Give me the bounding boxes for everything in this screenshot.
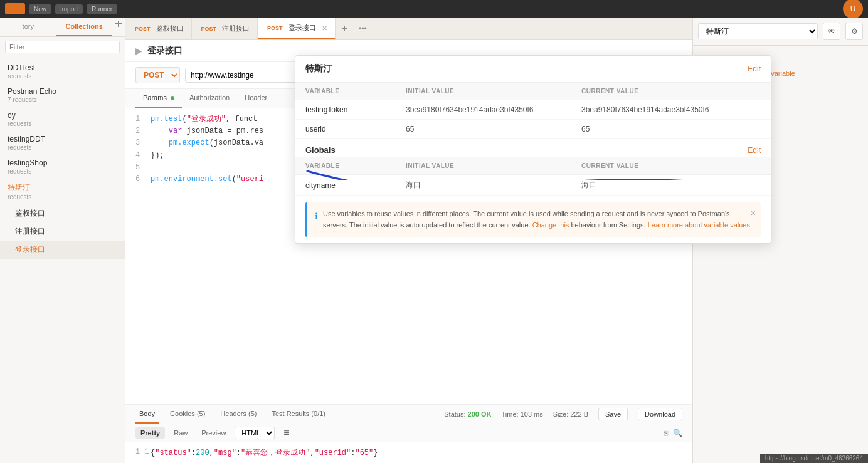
env-var-name: testingToken: [305, 105, 406, 114]
sidebar-tab-history[interactable]: tory: [0, 18, 56, 36]
item-name: Postman Echo: [8, 87, 117, 96]
env-var-name: userid: [305, 125, 406, 133]
item-sub: requests: [8, 168, 117, 175]
item-sub: requests: [8, 120, 117, 127]
params-dot: [171, 96, 174, 100]
size-value: 222 B: [570, 410, 588, 418]
list-item[interactable]: DDTtest requests: [0, 60, 125, 83]
item-sub: 7 requests: [8, 96, 117, 103]
item-name: 注册接口: [15, 226, 117, 237]
format-preview[interactable]: Preview: [196, 427, 231, 439]
top-bar: New Import Runner U: [0, 0, 868, 18]
env-edit-button[interactable]: Edit: [748, 65, 761, 73]
list-item[interactable]: Postman Echo 7 requests: [0, 83, 125, 107]
resp-tab-test-results[interactable]: Test Results (0/1): [268, 405, 329, 424]
env-var-current: 65: [581, 125, 761, 133]
tab-close-icon[interactable]: ×: [322, 23, 327, 33]
env-popup-title: 特斯汀: [305, 63, 332, 75]
info-close-button[interactable]: ×: [751, 206, 756, 220]
list-item[interactable]: 注册接口: [0, 222, 125, 241]
list-item[interactable]: testingShop requests: [0, 155, 125, 179]
list-item[interactable]: testingDDT requests: [0, 131, 125, 155]
filter-input[interactable]: [5, 41, 120, 53]
tab-item[interactable]: POST 注册接口: [192, 18, 258, 39]
sidebar-tab-collections[interactable]: Collections: [56, 18, 113, 36]
list-item[interactable]: oy requests: [0, 107, 125, 131]
download-button[interactable]: Download: [638, 408, 682, 420]
svg-rect-1: [118, 21, 119, 27]
globals-title: Globals: [305, 145, 336, 155]
tab-item-active[interactable]: POST 登录接口 ×: [258, 18, 336, 39]
collapse-icon[interactable]: ▶: [135, 46, 142, 56]
globals-var-current: 海口: [581, 180, 761, 190]
search-icon[interactable]: 🔍: [673, 429, 682, 437]
time-label: Time: 103 ms: [502, 410, 543, 418]
user-avatar[interactable]: U: [843, 0, 863, 19]
env-var-initial: 3bea9180f7634be1914adae3bf4350f6: [406, 105, 581, 114]
list-item-active[interactable]: 登录接口: [0, 241, 125, 259]
tab-more-button[interactable]: •••: [354, 24, 372, 33]
resp-tab-cookies[interactable]: Cookies (5): [166, 405, 209, 424]
list-item[interactable]: 鉴权接口: [0, 204, 125, 222]
tab-item[interactable]: POST 鉴权接口: [125, 18, 192, 39]
app-logo: [5, 3, 25, 14]
globals-row: cityname 海口 海口: [295, 175, 771, 196]
resp-tab-body[interactable]: Body: [135, 405, 159, 424]
env-popup-header: 特斯汀 Edit: [295, 56, 771, 83]
method-select[interactable]: POST GET: [135, 67, 180, 83]
format-raw[interactable]: Raw: [169, 427, 193, 439]
item-name: DDTtest: [8, 63, 117, 72]
col-current: CURRENT VALUE: [581, 162, 761, 169]
col-initial: INITIAL VALUE: [406, 162, 581, 169]
env-popup: 特斯汀 Edit VARIABLE INITIAL VALUE CURRENT …: [295, 55, 771, 244]
response-tabs-bar: Body Cookies (5) Headers (5) Test Result…: [125, 405, 692, 424]
env-row: userid 65 65: [295, 120, 771, 139]
method-badge: POST: [199, 25, 219, 33]
new-collection-button[interactable]: [112, 18, 125, 30]
format-pretty[interactable]: Pretty: [135, 427, 165, 439]
method-badge: POST: [265, 24, 285, 32]
right-panel-header: 特斯汀 👁 ⚙: [693, 18, 868, 46]
save-button[interactable]: Save: [598, 408, 628, 420]
learn-more-link[interactable]: Learn more about variable values: [648, 221, 750, 229]
response-line: i 1 {"status":200,"msg":"恭喜您，登录成功","user…: [135, 447, 682, 458]
sidebar: tory Collections DDTtest requests Postma…: [0, 18, 125, 463]
new-button[interactable]: New: [29, 4, 51, 14]
import-button[interactable]: Import: [55, 4, 83, 14]
col-variable: VARIABLE: [305, 162, 406, 169]
sidebar-items: DDTtest requests Postman Echo 7 requests…: [0, 57, 125, 463]
item-name: testingDDT: [8, 135, 117, 143]
env-table-header: VARIABLE INITIAL VALUE CURRENT VALUE: [295, 83, 771, 100]
status-label: Status: 200 OK: [444, 410, 491, 418]
response-area: Body Cookies (5) Headers (5) Test Result…: [125, 404, 692, 463]
globals-edit-button[interactable]: Edit: [748, 146, 761, 155]
tab-headers[interactable]: Header: [237, 89, 275, 108]
settings-icon[interactable]: ⚙: [845, 23, 863, 40]
time-value: 103 ms: [521, 410, 543, 418]
tab-label: 鉴权接口: [156, 24, 184, 33]
eye-icon[interactable]: 👁: [823, 23, 840, 40]
tabs-bar: POST 鉴权接口 POST 注册接口 POST 登录接口 × + •••: [125, 18, 692, 40]
request-title: 登录接口: [147, 45, 183, 56]
item-sub: requests: [8, 73, 117, 80]
tab-authorization[interactable]: Authorization: [182, 89, 237, 108]
tab-label: 注册接口: [222, 24, 250, 33]
item-name: 登录接口: [15, 244, 117, 255]
globals-var-initial: 海口: [406, 180, 581, 190]
globals-var-name: cityname: [305, 181, 406, 190]
list-item-active[interactable]: 特斯汀 requests: [0, 179, 125, 204]
item-name: 鉴权接口: [15, 208, 117, 219]
col-variable: VARIABLE: [305, 88, 406, 95]
change-this-link[interactable]: Change this: [532, 221, 569, 229]
runner-button[interactable]: Runner: [87, 4, 117, 14]
col-initial: INITIAL VALUE: [406, 88, 581, 95]
environment-select[interactable]: 特斯汀: [698, 23, 818, 39]
resp-tab-headers[interactable]: Headers (5): [216, 405, 260, 424]
format-type-select[interactable]: HTML JSON: [235, 427, 275, 439]
sidebar-tabs: tory Collections: [0, 18, 125, 37]
item-sub: requests: [8, 194, 117, 200]
format-icon[interactable]: ≡: [283, 427, 289, 439]
copy-icon[interactable]: ⎘: [664, 429, 668, 437]
new-tab-button[interactable]: +: [336, 23, 354, 34]
tab-params[interactable]: Params: [135, 89, 182, 108]
